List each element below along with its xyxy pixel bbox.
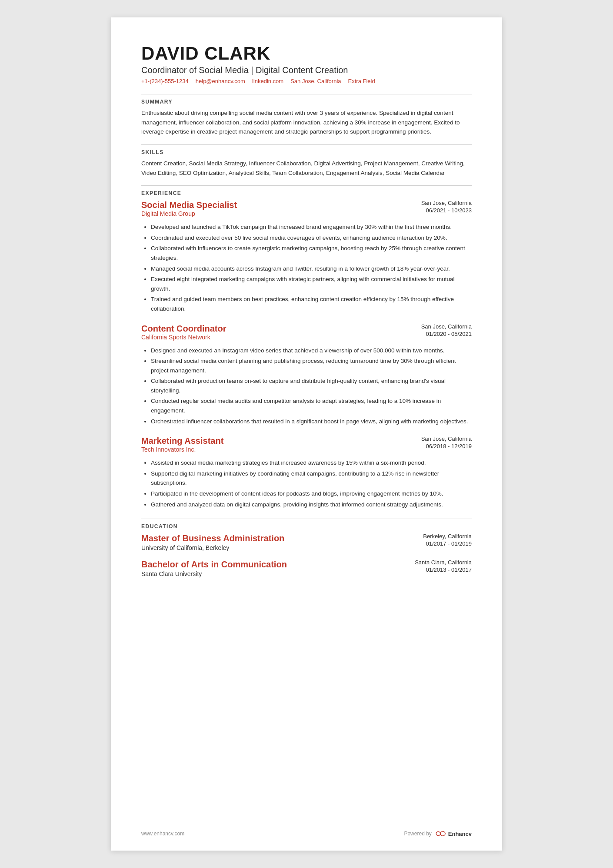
summary-title: SUMMARY: [141, 99, 472, 105]
skills-text: Content Creation, Social Media Strategy,…: [141, 159, 472, 178]
edu-dates-1: 01/2017 - 01/2019: [402, 540, 472, 547]
exp-job-title-2: Content Coordinator: [141, 323, 402, 334]
bullet-item: Designed and executed an Instagram video…: [151, 346, 472, 355]
summary-section: SUMMARY Enthusiastic about driving compe…: [141, 99, 472, 137]
bullet-item: Executed eight integrated marketing camp…: [151, 275, 472, 293]
location: San Jose, California: [290, 78, 341, 84]
linkedin: linkedin.com: [252, 78, 283, 84]
experience-item-2: Content Coordinator California Sports Ne…: [141, 323, 472, 426]
exp-right-3: San Jose, California 06/2018 - 12/2019: [402, 436, 472, 449]
exp-dates-1: 06/2021 - 10/2023: [402, 207, 472, 214]
exp-dates-3: 06/2018 - 12/2019: [402, 443, 472, 449]
exp-company-3: Tech Innovators Inc.: [141, 446, 402, 453]
email: help@enhancv.com: [196, 78, 245, 84]
edu-school-2: Santa Clara University: [141, 570, 402, 577]
skills-title: SKILLS: [141, 149, 472, 155]
job-title: Coordinator of Social Media | Digital Co…: [141, 65, 472, 75]
bullet-item: Supported digital marketing initiatives …: [151, 469, 472, 488]
summary-divider: [141, 94, 472, 94]
bullet-item: Developed and launched a TikTok campaign…: [151, 222, 472, 232]
bullet-item: Trained and guided team members on best …: [151, 295, 472, 313]
exp-right-1: San Jose, California 06/2021 - 10/2023: [402, 200, 472, 214]
phone: +1-(234)-555-1234: [141, 78, 189, 84]
footer-powered-by: Powered by Enhancv: [404, 830, 472, 838]
enhancv-brand-name: Enhancv: [448, 831, 472, 837]
exp-header-2: Content Coordinator California Sports Ne…: [141, 323, 472, 342]
skills-section: SKILLS Content Creation, Social Media St…: [141, 149, 472, 178]
exp-company-2: California Sports Network: [141, 334, 402, 341]
exp-left-2: Content Coordinator California Sports Ne…: [141, 323, 402, 342]
bullet-item: Assisted in social media marketing strat…: [151, 458, 472, 468]
page-footer: www.enhancv.com Powered by Enhancv: [141, 830, 472, 838]
edu-header-2: Bachelor of Arts in Communication Santa …: [141, 559, 472, 577]
bullet-item: Collaborated with influencers to create …: [151, 244, 472, 262]
exp-location-1: San Jose, California: [402, 200, 472, 206]
exp-dates-2: 01/2020 - 05/2021: [402, 331, 472, 337]
exp-bullets-1: Developed and launched a TikTok campaign…: [141, 222, 472, 313]
exp-header-1: Social Media Specialist Digital Media Gr…: [141, 200, 472, 219]
bullet-item: Participated in the development of conte…: [151, 489, 472, 499]
exp-bullets-2: Designed and executed an Instagram video…: [141, 346, 472, 426]
header-section: DAVID CLARK Coordinator of Social Media …: [141, 44, 472, 84]
education-section: EDUCATION Master of Business Administrat…: [141, 523, 472, 577]
edu-dates-2: 01/2013 - 01/2017: [402, 566, 472, 573]
exp-bullets-3: Assisted in social media marketing strat…: [141, 458, 472, 509]
extra-field: Extra Field: [348, 78, 375, 84]
bullet-item: Orchestrated influencer collaborations t…: [151, 417, 472, 426]
edu-school-1: University of California, Berkeley: [141, 544, 402, 551]
exp-job-title-3: Marketing Assistant: [141, 436, 402, 446]
bullet-item: Managed social media accounts across Ins…: [151, 264, 472, 274]
education-title: EDUCATION: [141, 523, 472, 530]
edu-left-1: Master of Business Administration Univer…: [141, 533, 402, 551]
edu-degree-2: Bachelor of Arts in Communication: [141, 559, 402, 570]
education-item-1: Master of Business Administration Univer…: [141, 533, 472, 551]
bullet-item: Gathered and analyzed data on digital ca…: [151, 500, 472, 509]
experience-title: EXPERIENCE: [141, 190, 472, 196]
exp-header-3: Marketing Assistant Tech Innovators Inc.…: [141, 436, 472, 455]
exp-left-3: Marketing Assistant Tech Innovators Inc.: [141, 436, 402, 455]
enhancv-logo-icon: [434, 830, 446, 838]
experience-item-3: Marketing Assistant Tech Innovators Inc.…: [141, 436, 472, 509]
exp-company-1: Digital Media Group: [141, 210, 402, 217]
exp-right-2: San Jose, California 01/2020 - 05/2021: [402, 323, 472, 337]
education-divider: [141, 519, 472, 519]
footer-url: www.enhancv.com: [141, 831, 184, 837]
experience-section: EXPERIENCE Social Media Specialist Digit…: [141, 190, 472, 509]
experience-divider: [141, 185, 472, 186]
exp-location-2: San Jose, California: [402, 323, 472, 330]
bullet-item: Conducted regular social media audits an…: [151, 396, 472, 415]
edu-header-1: Master of Business Administration Univer…: [141, 533, 472, 551]
bullet-item: Coordinated and executed over 50 live so…: [151, 233, 472, 243]
exp-job-title-1: Social Media Specialist: [141, 200, 402, 210]
candidate-name: DAVID CLARK: [141, 44, 472, 64]
powered-by-label: Powered by: [404, 831, 431, 837]
edu-right-1: Berkeley, California 01/2017 - 01/2019: [402, 533, 472, 547]
edu-location-2: Santa Clara, California: [402, 559, 472, 566]
resume-page: DAVID CLARK Coordinator of Social Media …: [111, 17, 502, 851]
education-item-2: Bachelor of Arts in Communication Santa …: [141, 559, 472, 577]
exp-location-3: San Jose, California: [402, 436, 472, 442]
bullet-item: Collaborated with production teams on-se…: [151, 376, 472, 395]
skills-divider: [141, 144, 472, 145]
edu-right-2: Santa Clara, California 01/2013 - 01/201…: [402, 559, 472, 573]
edu-location-1: Berkeley, California: [402, 533, 472, 540]
bullet-item: Streamlined social media content plannin…: [151, 356, 472, 375]
experience-item-1: Social Media Specialist Digital Media Gr…: [141, 200, 472, 313]
edu-left-2: Bachelor of Arts in Communication Santa …: [141, 559, 402, 577]
edu-degree-1: Master of Business Administration: [141, 533, 402, 543]
enhancv-logo: Enhancv: [434, 830, 472, 838]
summary-text: Enthusiastic about driving compelling so…: [141, 108, 472, 137]
exp-left-1: Social Media Specialist Digital Media Gr…: [141, 200, 402, 219]
contact-line: +1-(234)-555-1234 help@enhancv.com linke…: [141, 78, 472, 84]
